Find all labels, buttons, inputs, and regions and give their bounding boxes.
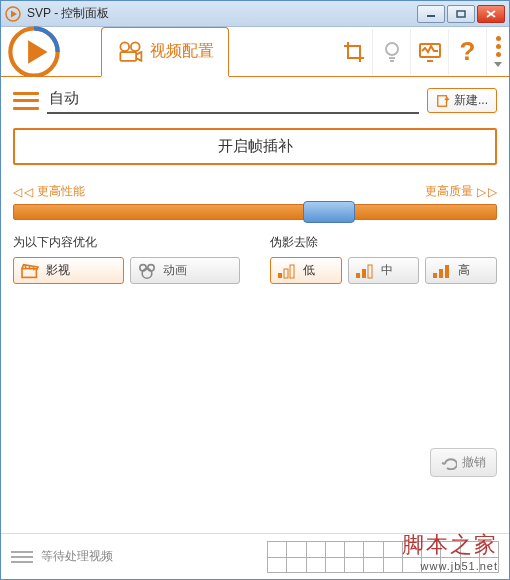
dot-icon <box>496 44 501 49</box>
camera-icon <box>116 38 144 66</box>
mickey-icon <box>137 263 157 279</box>
svg-rect-16 <box>278 273 282 278</box>
quality-slider[interactable] <box>13 204 497 220</box>
bars-high-icon <box>432 263 452 279</box>
optimize-group: 为以下内容优化 影视 动画 <box>13 234 240 284</box>
monitor-button[interactable] <box>411 29 449 75</box>
tab-label: 视频配置 <box>150 41 214 62</box>
monitor-icon <box>418 40 442 64</box>
bars-low-icon <box>277 263 297 279</box>
bars-mid-icon <box>355 263 375 279</box>
artifact-high-label: 高 <box>458 262 470 279</box>
window-controls <box>417 5 505 23</box>
enable-interpolation-button[interactable]: 开启帧插补 <box>13 128 497 165</box>
status-text: 等待处理视频 <box>41 548 113 565</box>
svg-rect-24 <box>445 265 449 278</box>
undo-label: 撤销 <box>462 454 486 471</box>
toolbar-icons: ? <box>335 27 509 76</box>
crop-icon <box>342 40 366 64</box>
app-window: SVP - 控制面板 视频配置 ? <box>0 0 510 580</box>
artifact-low-label: 低 <box>303 262 315 279</box>
svg-marker-1 <box>11 10 17 17</box>
svg-rect-19 <box>356 273 360 278</box>
svg-marker-5 <box>28 40 47 64</box>
svg-point-7 <box>131 42 140 51</box>
new-icon <box>436 94 450 108</box>
crop-button[interactable] <box>335 29 373 75</box>
arrow-right-icon: ▷▷ <box>477 185 497 199</box>
svg-rect-22 <box>433 273 437 278</box>
tab-video-config[interactable]: 视频配置 <box>101 27 229 77</box>
slider-left-label: 更高性能 <box>37 183 85 200</box>
svg-rect-18 <box>290 265 294 278</box>
hint-button[interactable] <box>373 29 411 75</box>
app-logo-icon <box>7 25 61 79</box>
titlebar: SVP - 控制面板 <box>1 1 509 27</box>
minimize-button[interactable] <box>417 5 445 23</box>
optimize-movie-button[interactable]: 影视 <box>13 257 124 284</box>
optimize-movie-label: 影视 <box>46 262 70 279</box>
artifact-low-button[interactable]: 低 <box>270 257 342 284</box>
toolbar: 视频配置 ? <box>1 27 509 77</box>
profile-select[interactable]: 自动 <box>47 87 419 114</box>
optimize-title: 为以下内容优化 <box>13 234 240 251</box>
slider-right-label: 更高质量 <box>425 183 473 200</box>
statusbar: 等待处理视频 <box>1 533 509 579</box>
slider-labels: ◁◁ 更高性能 更高质量 ▷▷ <box>13 183 497 200</box>
menu-button[interactable] <box>487 36 509 67</box>
window-title: SVP - 控制面板 <box>27 5 417 22</box>
svg-point-6 <box>120 42 129 51</box>
clapboard-icon <box>20 263 40 279</box>
svg-rect-20 <box>362 269 366 278</box>
profile-menu-icon[interactable] <box>13 90 39 112</box>
content-area: 自动 新建... 开启帧插补 ◁◁ 更高性能 更高质量 ▷▷ 为以下内容优化 <box>1 77 509 533</box>
app-icon <box>5 6 21 22</box>
arrow-left-icon: ◁◁ <box>13 185 33 199</box>
profile-row: 自动 新建... <box>13 87 497 114</box>
svg-rect-17 <box>284 269 288 278</box>
chevron-down-icon <box>494 62 502 67</box>
new-profile-label: 新建... <box>454 92 488 109</box>
artifact-group: 伪影去除 低 中 高 <box>270 234 497 284</box>
dot-icon <box>496 52 501 57</box>
svg-rect-11 <box>438 95 447 106</box>
artifact-mid-label: 中 <box>381 262 393 279</box>
dot-icon <box>496 36 501 41</box>
slider-thumb[interactable] <box>303 201 355 223</box>
svg-rect-21 <box>368 265 372 278</box>
optimize-anime-label: 动画 <box>163 262 187 279</box>
new-profile-button[interactable]: 新建... <box>427 88 497 113</box>
status-chart <box>267 541 499 573</box>
status-menu-icon[interactable] <box>11 551 33 563</box>
artifact-mid-button[interactable]: 中 <box>348 257 420 284</box>
undo-button[interactable]: 撤销 <box>430 448 497 477</box>
lightbulb-icon <box>380 40 404 64</box>
svg-rect-2 <box>427 15 435 17</box>
svg-rect-23 <box>439 269 443 278</box>
svg-point-15 <box>142 268 152 278</box>
options-row: 为以下内容优化 影视 动画 伪影去除 低 <box>13 234 497 284</box>
help-button[interactable]: ? <box>449 29 487 75</box>
undo-icon <box>441 456 457 470</box>
maximize-button[interactable] <box>447 5 475 23</box>
close-button[interactable] <box>477 5 505 23</box>
artifact-title: 伪影去除 <box>270 234 497 251</box>
artifact-high-button[interactable]: 高 <box>425 257 497 284</box>
svg-rect-8 <box>120 52 136 61</box>
svg-point-9 <box>386 43 398 55</box>
optimize-anime-button[interactable]: 动画 <box>130 257 241 284</box>
svg-rect-3 <box>457 11 465 17</box>
